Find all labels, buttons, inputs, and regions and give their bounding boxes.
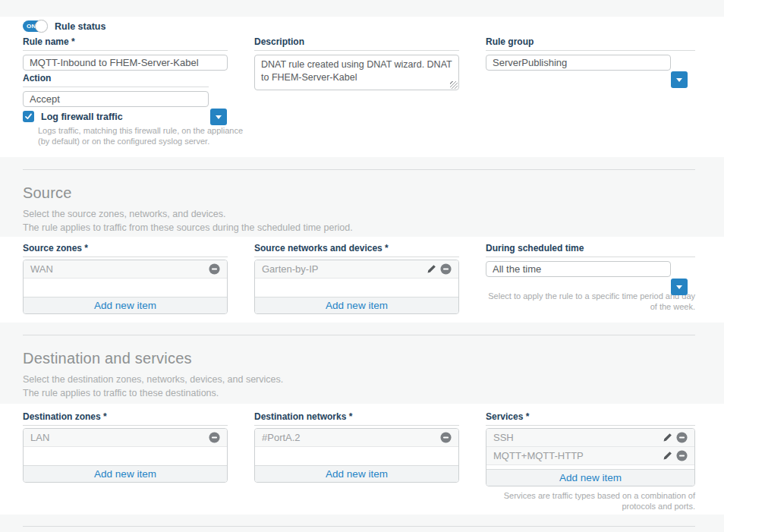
source-networks-listbox: Garten-by-IP Add new item xyxy=(254,260,459,314)
description-textarea-wrap: DNAT rule created using DNAT wizard. DNA… xyxy=(254,55,459,90)
list-item-label: #PortA.2 xyxy=(262,432,301,443)
add-new-item-button[interactable]: Add new item xyxy=(255,465,458,482)
description-textarea[interactable]: DNAT rule created using DNAT wizard. DNA… xyxy=(254,55,459,90)
source-title: Source xyxy=(23,184,353,202)
description-label: Description xyxy=(254,36,459,51)
list-item: MQTT+MQTT-HTTP xyxy=(486,447,694,465)
source-section-header: Source Select the source zones, networks… xyxy=(23,184,353,235)
resize-handle-icon[interactable] xyxy=(450,81,458,89)
source-zones-label: Source zones * xyxy=(23,243,228,257)
rule-status-label: Rule status xyxy=(55,21,105,32)
listbox-empty-area xyxy=(255,279,458,297)
list-item: #PortA.2 xyxy=(255,429,458,447)
source-networks-field: Source networks and devices * Garten-by-… xyxy=(254,243,459,314)
add-new-item-button[interactable]: Add new item xyxy=(486,469,694,486)
source-zones-field: Source zones * WAN Add new item xyxy=(23,243,228,314)
toggle-knob-icon xyxy=(35,20,48,33)
destination-zones-label: Destination zones * xyxy=(23,411,228,426)
remove-item-icon[interactable] xyxy=(440,263,452,275)
listbox-empty-area xyxy=(255,447,458,465)
log-firewall-traffic-checkbox[interactable] xyxy=(23,111,34,122)
remove-item-icon[interactable] xyxy=(676,432,688,443)
remove-item-icon[interactable] xyxy=(209,432,220,443)
list-item-label: WAN xyxy=(30,263,53,275)
section-divider xyxy=(23,526,695,527)
edit-pencil-icon[interactable] xyxy=(663,433,672,442)
schedule-help-text: Select to apply the rule to a specific t… xyxy=(486,291,695,312)
firewall-rule-edit-page: ON Rule status Rule name * Description D… xyxy=(0,0,765,532)
rule-group-input[interactable] xyxy=(486,55,671,71)
listbox-empty-area xyxy=(24,447,227,465)
source-subtitle-1: Select the source zones, networks, and d… xyxy=(23,207,353,221)
services-label: Services * xyxy=(486,411,695,426)
rule-group-label: Rule group xyxy=(486,36,695,51)
edit-pencil-icon[interactable] xyxy=(663,451,672,461)
services-listbox: SSH MQTT+MQTT-HTTP xyxy=(486,428,695,486)
action-label: Action xyxy=(23,73,209,87)
add-new-item-button[interactable]: Add new item xyxy=(24,297,227,313)
chevron-down-icon xyxy=(676,78,682,82)
description-field: Description DNAT rule created using DNAT… xyxy=(254,36,459,90)
rule-status-toggle[interactable]: ON xyxy=(23,20,47,32)
remove-item-icon[interactable] xyxy=(209,263,220,275)
services-field: Services * SSH MQTT+MQTT-HTTP xyxy=(486,411,695,512)
destination-title: Destination and services xyxy=(23,350,283,367)
schedule-label: During scheduled time xyxy=(486,243,695,257)
rule-group-dropdown-button[interactable] xyxy=(671,71,688,88)
destination-zones-field: Destination zones * LAN Add new item xyxy=(23,411,228,483)
schedule-dropdown-button[interactable] xyxy=(671,279,688,295)
destination-networks-listbox: #PortA.2 Add new item xyxy=(254,428,459,483)
list-item: Garten-by-IP xyxy=(255,260,458,279)
log-help-text: Logs traffic, matching this firewall rul… xyxy=(38,125,254,146)
destination-subtitle-2: The rule applies to traffic to these des… xyxy=(23,386,283,400)
list-item-label: MQTT+MQTT-HTTP xyxy=(493,450,584,461)
log-firewall-traffic-row: Log firewall traffic xyxy=(23,111,123,122)
log-firewall-traffic-label: Log firewall traffic xyxy=(41,112,123,122)
edit-pencil-icon[interactable] xyxy=(427,264,436,274)
remove-item-icon[interactable] xyxy=(440,432,452,443)
chevron-down-icon xyxy=(216,115,222,119)
destination-networks-label: Destination networks * xyxy=(254,411,459,426)
destination-subtitle-1: Select the destination zones, networks, … xyxy=(23,373,283,386)
source-networks-label: Source networks and devices * xyxy=(254,243,459,257)
destination-section-header: Destination and services Select the dest… xyxy=(23,350,283,400)
schedule-input[interactable] xyxy=(486,261,671,277)
rule-name-input[interactable] xyxy=(23,55,228,71)
list-item: LAN xyxy=(24,429,227,447)
destination-networks-field: Destination networks * #PortA.2 Add new … xyxy=(254,411,459,483)
source-fields-panel: Source zones * WAN Add new item Source n… xyxy=(0,237,724,323)
action-input[interactable] xyxy=(23,91,209,107)
add-new-item-button[interactable]: Add new item xyxy=(24,465,227,482)
remove-item-icon[interactable] xyxy=(676,450,688,461)
add-new-item-button[interactable]: Add new item xyxy=(255,297,458,313)
log-options-dropdown-button[interactable] xyxy=(210,109,227,125)
chevron-down-icon xyxy=(676,285,682,289)
list-item-label: SSH xyxy=(493,432,514,443)
destination-fields-panel: Destination zones * LAN Add new item Des… xyxy=(0,404,724,515)
checkmark-icon xyxy=(24,112,33,121)
list-item: SSH xyxy=(486,429,694,447)
section-divider xyxy=(23,335,695,335)
rule-name-label: Rule name * xyxy=(23,36,228,51)
listbox-empty-area xyxy=(24,279,227,297)
list-item-label: Garten-by-IP xyxy=(262,263,318,275)
rule-group-field: Rule group xyxy=(486,36,695,71)
list-item: WAN xyxy=(24,260,227,279)
general-settings-panel: ON Rule status Rule name * Description D… xyxy=(0,17,724,157)
destination-zones-listbox: LAN Add new item xyxy=(23,428,228,483)
source-subtitle-2: The rule applies to traffic from these s… xyxy=(23,221,353,235)
schedule-field: During scheduled time Select to apply th… xyxy=(486,243,695,312)
source-zones-listbox: WAN Add new item xyxy=(23,260,228,314)
section-divider xyxy=(23,169,695,170)
services-help-text: Services are traffic types based on a co… xyxy=(486,490,695,512)
rule-status-row: ON Rule status xyxy=(23,20,105,32)
action-field: Action xyxy=(23,73,209,107)
rule-name-field: Rule name * xyxy=(23,36,228,71)
list-item-label: LAN xyxy=(30,432,49,443)
